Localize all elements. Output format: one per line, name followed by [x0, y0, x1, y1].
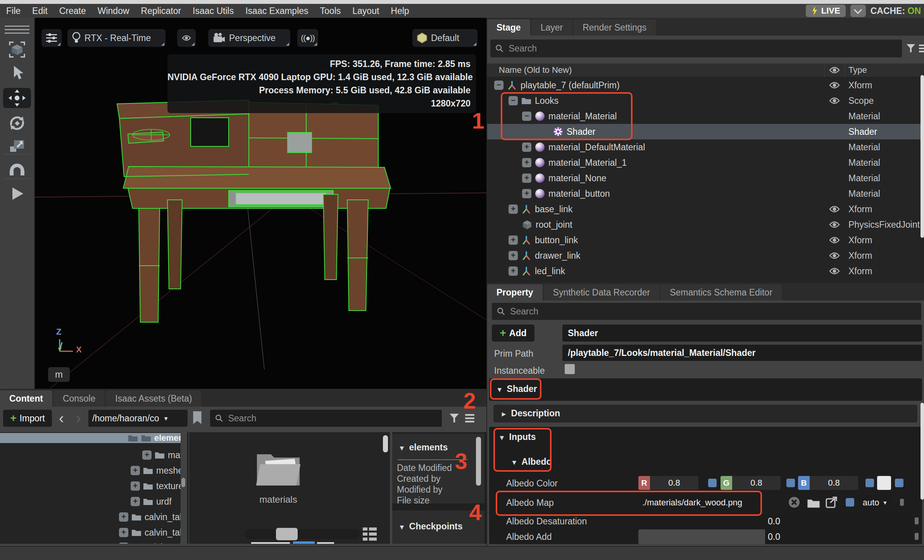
options-hamburger-icon[interactable]: [918, 43, 924, 53]
blue-channel-value[interactable]: 0.8: [810, 476, 858, 490]
rotate-tool[interactable]: [3, 113, 31, 133]
menu-window[interactable]: Window: [98, 6, 129, 16]
file-item-materials[interactable]: materials: [247, 448, 309, 525]
expand-toggle[interactable]: [142, 450, 152, 460]
expand-toggle[interactable]: [522, 158, 531, 167]
move-tool[interactable]: [3, 88, 31, 108]
property-search-input[interactable]: [509, 306, 917, 317]
open-external-icon[interactable]: [826, 496, 838, 508]
add-property-button[interactable]: + Add: [492, 325, 534, 342]
default-indicator-dot[interactable]: [915, 517, 919, 524]
default-indicator-dot[interactable]: [900, 499, 904, 506]
tab-synthetic-data-recorder[interactable]: Synthetic Data Recorder: [544, 284, 660, 301]
menu-replicator[interactable]: Replicator: [141, 6, 181, 16]
content-search-input[interactable]: [227, 413, 437, 424]
expand-toggle[interactable]: [522, 173, 531, 183]
channel-link-swatch[interactable]: [708, 479, 717, 487]
table-row-shader-selected[interactable]: Shader Shader: [487, 124, 924, 139]
expand-toggle[interactable]: [131, 481, 140, 491]
visibility-eye-icon[interactable]: [829, 220, 840, 229]
property-scrollbar[interactable]: [921, 403, 924, 500]
play-button[interactable]: [3, 184, 31, 204]
scale-tool[interactable]: [3, 136, 31, 156]
channel-link-swatch[interactable]: [786, 479, 795, 487]
live-dropdown-button[interactable]: [850, 5, 866, 17]
thumbnail-zoom-slider[interactable]: [245, 529, 360, 539]
expand-toggle[interactable]: [131, 497, 140, 506]
frame-selection-tool[interactable]: [3, 40, 31, 60]
expand-toggle[interactable]: [119, 512, 128, 522]
menu-file[interactable]: File: [6, 6, 21, 16]
tree-item-mat[interactable]: mat: [142, 448, 181, 462]
panel-grab-handle[interactable]: [5, 26, 29, 35]
stage-search-field[interactable]: [490, 40, 902, 57]
select-tool[interactable]: [3, 63, 31, 83]
menu-edit[interactable]: Edit: [32, 6, 48, 16]
checkpoints-section-header[interactable]: ▾Checkpoints: [400, 521, 463, 532]
expand-toggle[interactable]: [522, 189, 531, 198]
stage-scrollbar[interactable]: [921, 75, 924, 238]
tab-layer[interactable]: Layer: [531, 19, 572, 36]
tree-item-calvin-table[interactable]: calvin_table: [119, 541, 181, 544]
description-section[interactable]: ▸Description: [493, 405, 917, 423]
prim-name-field[interactable]: Shader: [562, 325, 922, 342]
menu-help[interactable]: Help: [391, 6, 409, 16]
tab-console[interactable]: Console: [53, 390, 105, 407]
live-sync-button[interactable]: LIVE: [806, 5, 846, 17]
menu-isaac-examples[interactable]: Isaac Examples: [245, 6, 308, 16]
menu-layout[interactable]: Layout: [352, 6, 379, 16]
collapse-toggle[interactable]: [509, 96, 518, 105]
bookmark-icon[interactable]: [192, 411, 202, 424]
expand-toggle[interactable]: [509, 251, 518, 260]
render-mode-button[interactable]: RTX - Real-Time: [67, 29, 165, 47]
collapse-toggle[interactable]: [494, 81, 503, 90]
expand-toggle[interactable]: [131, 466, 140, 475]
table-row-button-link[interactable]: button_link Xform: [487, 232, 924, 248]
tree-item-urdf[interactable]: urdf: [131, 495, 172, 508]
color-preview-swatch[interactable]: [877, 476, 891, 490]
visibility-eye-icon[interactable]: [829, 205, 840, 213]
tree-item-meshes[interactable]: meshes: [131, 464, 181, 477]
path-breadcrumb-dropdown[interactable]: /home/haoran/co ▼: [88, 410, 188, 427]
filter-funnel-icon[interactable]: [449, 413, 460, 424]
filter-funnel-icon[interactable]: [906, 43, 916, 53]
channel-link-swatch[interactable]: [865, 479, 874, 487]
table-row-base-link[interactable]: base_link Xform: [487, 201, 924, 217]
tab-semantics-schema-editor[interactable]: Semantics Schema Editor: [660, 284, 782, 301]
expand-toggle[interactable]: [509, 204, 518, 214]
tree-item-calvin-table[interactable]: calvin_table: [119, 526, 181, 539]
slider-handle[interactable]: [276, 528, 298, 540]
visibility-eye-icon[interactable]: [829, 96, 840, 105]
visibility-eye-icon[interactable]: [829, 251, 840, 260]
browse-folder-icon[interactable]: [807, 498, 820, 508]
import-button[interactable]: + Import: [3, 410, 52, 427]
stage-search-input[interactable]: [508, 43, 897, 54]
menu-create[interactable]: Create: [59, 6, 86, 16]
albedo-map-path-field[interactable]: ./materials/dark_wood.png: [638, 495, 762, 510]
tab-render-settings[interactable]: Render Settings: [573, 19, 656, 36]
visibility-options-button[interactable]: [177, 29, 196, 47]
collapse-toggle[interactable]: [522, 112, 531, 121]
grid-view-toggle-icon[interactable]: [363, 527, 377, 541]
viewport-3d[interactable]: RTX - Real-Time Perspective ((●)) Defaul…: [35, 18, 486, 389]
expand-toggle[interactable]: [119, 528, 128, 537]
tree-item-calvin-table[interactable]: calvin_table: [119, 510, 181, 524]
units-meter-badge[interactable]: m: [48, 367, 70, 382]
camera-button[interactable]: Perspective: [208, 29, 290, 47]
table-row-material-button[interactable]: material_button Material: [487, 186, 924, 201]
shader-section-header[interactable]: ▾Shader: [498, 384, 537, 394]
tab-content[interactable]: Content: [0, 390, 52, 407]
visibility-eye-icon[interactable]: [829, 81, 840, 89]
tree-scrollbar[interactable]: [181, 478, 185, 487]
table-row-root-joint[interactable]: root_joint PhysicsFixedJoint: [487, 217, 924, 232]
default-indicator-dot[interactable]: [915, 533, 919, 540]
visibility-eye-icon[interactable]: [829, 236, 840, 244]
albedo-desaturation-slider[interactable]: 0.0: [638, 514, 910, 529]
menu-isaac-utils[interactable]: Isaac Utils: [193, 6, 234, 16]
green-channel-value[interactable]: 0.8: [732, 476, 781, 490]
grid-scrollbar[interactable]: [383, 435, 388, 452]
profile-default-button[interactable]: Default: [412, 29, 478, 47]
visibility-eye-icon[interactable]: [829, 267, 840, 275]
viewport-settings-button[interactable]: [41, 29, 62, 47]
channel-link-swatch[interactable]: [846, 498, 854, 507]
